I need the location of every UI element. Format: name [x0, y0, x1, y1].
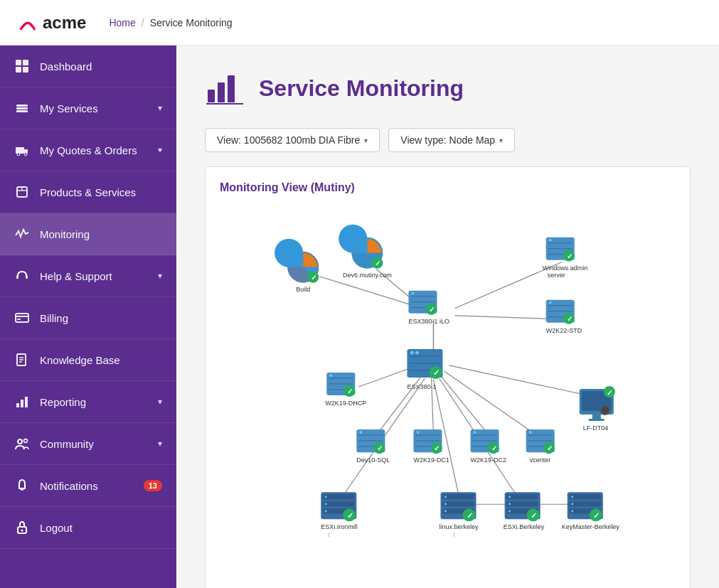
svg-rect-153: [442, 494, 474, 499]
node-dev10-sql[interactable]: ✓ Dev10-SQL: [356, 429, 390, 464]
svg-point-137: [602, 407, 609, 414]
sidebar-label-knowledge-base: Knowledge Base: [40, 354, 120, 366]
sidebar-label-billing: Billing: [40, 312, 68, 324]
node-w2k19-dhcp[interactable]: ✓ W2K19-DHCP: [325, 373, 366, 407]
node-windows-admin[interactable]: ✓ Windows admin server: [543, 237, 588, 279]
svg-text:✓: ✓: [547, 444, 553, 452]
svg-text:(: (: [454, 531, 456, 538]
svg-rect-14: [26, 275, 28, 279]
node-esxi-berkeley[interactable]: ✓ ESXi.Berkeley: [504, 492, 545, 530]
sidebar-label-notifications: Notifications: [40, 480, 98, 492]
svg-text:Dev6.mutiny.com: Dev6.mutiny.com: [343, 272, 392, 279]
svg-point-128: [529, 431, 532, 434]
users-icon: [14, 436, 30, 451]
view-type-label: View type: Node Map: [400, 134, 495, 146]
svg-rect-4: [16, 105, 28, 107]
view-selector-chevron: ▾: [364, 137, 368, 144]
sidebar-item-notifications[interactable]: Notifications 13: [0, 465, 176, 507]
main-layout: Dashboard My Services ▾: [0, 46, 719, 588]
svg-point-147: [325, 510, 327, 512]
svg-text:✓: ✓: [347, 387, 353, 395]
svg-text:✓: ✓: [491, 444, 497, 452]
node-vcenter[interactable]: ✓ vcenter: [526, 429, 555, 464]
svg-text:ESX380-1 iLO: ESX380-1 iLO: [408, 318, 449, 325]
svg-point-157: [444, 503, 447, 505]
sidebar-item-logout[interactable]: Logout: [0, 507, 176, 549]
svg-point-71: [415, 351, 419, 354]
svg-point-62: [411, 292, 414, 295]
page-header: Service Monitoring: [205, 68, 691, 108]
node-map-svg[interactable]: ✓ Build ✓ Dev6.mutiny.com: [220, 205, 676, 575]
svg-text:✓: ✓: [567, 252, 572, 260]
node-lf-dt04[interactable]: ✓ LF-DT04: [580, 386, 615, 432]
sidebar-item-my-quotes-orders[interactable]: My Quotes & Orders ▾: [0, 129, 176, 171]
view-selector-button[interactable]: View: 1005682 100mb DIA Fibre ▾: [205, 128, 380, 152]
node-keymaster-berkeley[interactable]: ✓ KeyMaster-Berkeley: [562, 492, 620, 530]
svg-point-120: [474, 431, 476, 434]
page-header-icon: [205, 68, 245, 108]
header: acme Home / Service Monitoring: [0, 0, 719, 46]
node-linux-berkeley[interactable]: ✓ linux.berkeley (: [439, 492, 479, 538]
svg-point-79: [549, 239, 552, 242]
svg-text:✓: ✓: [467, 511, 473, 520]
svg-text:✓: ✓: [607, 389, 612, 397]
node-esxi-ironmill[interactable]: ✓ ESXi.Ironmill (: [321, 492, 358, 538]
breadcrumb-separator: /: [142, 17, 144, 28]
sidebar-item-monitoring[interactable]: Monitoring: [0, 213, 176, 255]
sidebar-item-community[interactable]: Community ▾: [0, 423, 176, 465]
svg-rect-174: [570, 494, 601, 499]
svg-rect-0: [16, 60, 21, 65]
sidebar-item-dashboard[interactable]: Dashboard: [0, 46, 176, 87]
svg-rect-29: [208, 90, 215, 102]
notifications-badge: 13: [144, 480, 162, 491]
svg-point-179: [571, 510, 573, 512]
credit-card-icon: [14, 310, 30, 326]
svg-point-8: [17, 153, 20, 156]
svg-point-178: [571, 503, 573, 505]
svg-rect-142: [323, 494, 354, 499]
chevron-icon-reporting: ▾: [158, 397, 162, 407]
sidebar-label-my-services: My Services: [40, 102, 98, 114]
svg-text:(: (: [328, 531, 330, 538]
svg-line-34: [319, 277, 422, 309]
svg-text:W2K19-DC2: W2K19-DC2: [471, 456, 507, 464]
view-type-button[interactable]: View type: Node Map ▾: [388, 128, 515, 152]
logo-icon: [17, 12, 38, 33]
svg-rect-22: [16, 403, 19, 407]
sidebar-item-reporting[interactable]: Reporting ▾: [0, 381, 176, 423]
chevron-icon-community: ▾: [158, 439, 162, 449]
headset-icon: [14, 268, 30, 284]
node-w2k19-dc2[interactable]: ✓ W2K19-DC2: [471, 429, 507, 464]
svg-line-38: [455, 316, 558, 319]
node-w2k22-std[interactable]: ✓ W2K22-STD: [546, 300, 582, 334]
node-esx380-1[interactable]: ✓ ESX380-1: [407, 349, 442, 390]
node-esx380-ilo[interactable]: ✓ ESX380-1 iLO: [408, 291, 449, 325]
svg-text:W2K19-DHCP: W2K19-DHCP: [325, 400, 366, 407]
sidebar-item-products-services[interactable]: Products & Services: [0, 171, 176, 213]
sidebar-item-help-support[interactable]: Help & Support ▾: [0, 255, 176, 297]
svg-text:Windows admin: Windows admin: [543, 264, 588, 272]
breadcrumb: Home / Service Monitoring: [109, 17, 232, 28]
node-map-title: Monitoring View (Mutiny): [220, 181, 676, 194]
sidebar-item-my-services[interactable]: My Services ▾: [0, 87, 176, 129]
svg-point-146: [325, 503, 327, 505]
node-build[interactable]: ✓ Build: [275, 239, 319, 293]
svg-rect-134: [592, 415, 601, 419]
sidebar-item-billing[interactable]: Billing: [0, 297, 176, 339]
svg-point-104: [359, 431, 362, 434]
breadcrumb-home[interactable]: Home: [109, 17, 135, 28]
svg-rect-23: [21, 400, 23, 407]
svg-rect-135: [589, 419, 605, 421]
svg-point-96: [329, 374, 332, 377]
svg-point-88: [549, 301, 552, 304]
sidebar-item-knowledge-base[interactable]: Knowledge Base: [0, 339, 176, 381]
node-dev6[interactable]: ✓ Dev6.mutiny.com: [339, 225, 391, 279]
svg-text:vcenter: vcenter: [530, 456, 551, 464]
node-w2k19-dc1[interactable]: ✓ W2K19-DC1: [413, 429, 449, 464]
svg-rect-7: [16, 147, 24, 154]
svg-point-169: [508, 510, 511, 512]
svg-line-42: [439, 374, 489, 435]
svg-rect-5: [16, 107, 28, 109]
sidebar: Dashboard My Services ▾: [0, 46, 176, 588]
svg-line-40: [375, 373, 424, 437]
